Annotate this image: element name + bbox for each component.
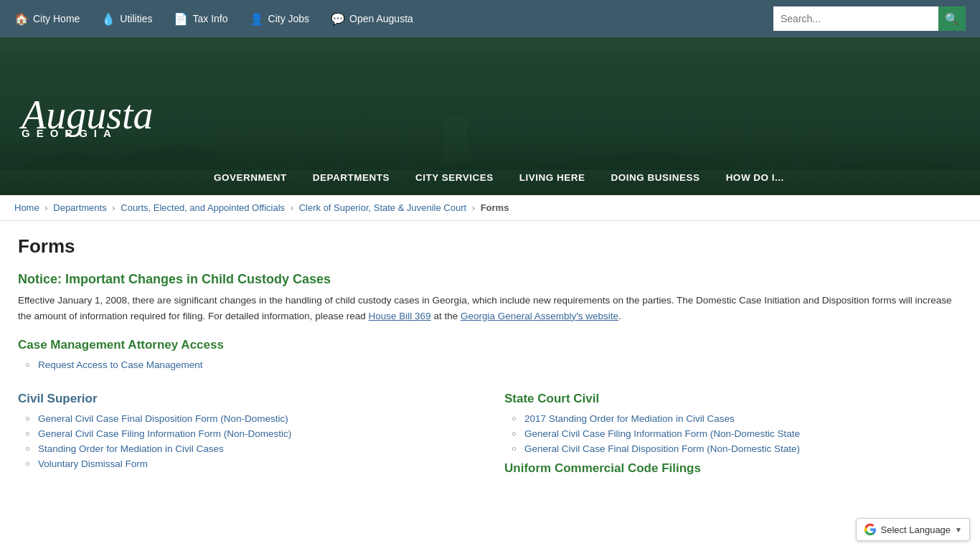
header: Augusta GEORGIA GOVERNMENT DEPARTMENTS C… <box>0 37 980 195</box>
case-management-list: Request Access to Case Management <box>18 359 962 370</box>
house-bill-link[interactable]: House Bill 369 <box>369 311 431 321</box>
left-column: Civil Superior General Civil Case Final … <box>18 385 476 483</box>
home-icon: 🏠 <box>14 12 29 26</box>
notice-title: Notice: Important Changes in Child Custo… <box>18 272 962 287</box>
georgia-assembly-link[interactable]: Georgia General Assembly's website <box>461 311 618 321</box>
nav-how-do-i[interactable]: HOW DO I... <box>713 159 797 195</box>
search-icon: 🔍 <box>945 12 959 26</box>
tax-info-label: Tax Info <box>192 13 227 24</box>
breadcrumb-courts[interactable]: Courts, Elected, and Appointed Officials <box>121 202 285 213</box>
list-item: Standing Order for Mediation in Civil Ca… <box>25 443 476 454</box>
search-input[interactable] <box>773 6 938 31</box>
utilities-link[interactable]: 💧 Utilities <box>101 12 152 26</box>
nav-doing-business[interactable]: DOING BUSINESS <box>598 159 713 195</box>
nav-living-here[interactable]: LIVING HERE <box>507 159 598 195</box>
top-bar: 🏠 City Home 💧 Utilities 📄 Tax Info 👤 Cit… <box>0 0 980 37</box>
breadcrumb-departments[interactable]: Departments <box>53 202 106 213</box>
nav-departments[interactable]: DEPARTMENTS <box>300 159 402 195</box>
chat-icon: 💬 <box>331 12 345 26</box>
right-column: State Court Civil 2017 Standing Order fo… <box>504 385 962 483</box>
list-item: Voluntary Dismissal Form <box>25 458 476 469</box>
nav-departments-label: DEPARTMENTS <box>313 172 390 183</box>
list-item: General Civil Case Final Disposition For… <box>25 413 476 424</box>
logo-subtitle: GEORGIA <box>22 128 201 138</box>
uniform-commercial-title: Uniform Commercial Code Filings <box>504 461 962 476</box>
utilities-icon: 💧 <box>101 12 116 26</box>
main-nav: GOVERNMENT DEPARTMENTS CITY SERVICES LIV… <box>201 37 797 195</box>
state-court-title: State Court Civil <box>504 392 962 406</box>
nav-living-here-label: LIVING HERE <box>519 172 585 183</box>
nav-how-do-i-label: HOW DO I... <box>726 172 784 183</box>
breadcrumb-clerk[interactable]: Clerk of Superior, State & Juvenile Cour… <box>299 202 466 213</box>
state-link-3[interactable]: General Civil Case Final Disposition For… <box>524 443 800 454</box>
nav-doing-business-label: DOING BUSINESS <box>611 172 700 183</box>
top-bar-links: 🏠 City Home 💧 Utilities 📄 Tax Info 👤 Cit… <box>14 12 413 26</box>
sep-2: › <box>112 202 118 213</box>
state-link-2[interactable]: General Civil Case Filing Information Fo… <box>524 428 800 439</box>
list-item: General Civil Case Filing Information Fo… <box>512 428 962 439</box>
utilities-label: Utilities <box>120 13 152 24</box>
nav-city-services-label: CITY SERVICES <box>415 172 494 183</box>
two-column-layout: Civil Superior General Civil Case Final … <box>18 385 962 483</box>
list-item: General Civil Case Filing Information Fo… <box>25 428 476 439</box>
civil-superior-title: Civil Superior <box>18 392 476 406</box>
list-item: 2017 Standing Order for Mediation in Civ… <box>512 413 962 424</box>
logo-area: Augusta GEORGIA <box>0 95 201 138</box>
nav-city-services[interactable]: CITY SERVICES <box>402 159 507 195</box>
notice-mid-text: at the <box>433 311 458 321</box>
request-access-link[interactable]: Request Access to Case Management <box>38 359 203 370</box>
case-management-section: Case Management Attorney Access Request … <box>18 338 962 370</box>
open-augusta-label: Open Augusta <box>349 13 413 24</box>
list-item: Request Access to Case Management <box>25 359 962 370</box>
breadcrumb-current: Forms <box>481 202 509 213</box>
sep-4: › <box>472 202 478 213</box>
nav-government-label: GOVERNMENT <box>214 172 287 183</box>
open-augusta-link[interactable]: 💬 Open Augusta <box>331 12 413 26</box>
city-home-label: City Home <box>33 13 80 24</box>
list-item: General Civil Case Final Disposition For… <box>512 443 962 454</box>
civil-link-2[interactable]: General Civil Case Filing Information Fo… <box>38 428 291 439</box>
civil-link-1[interactable]: General Civil Case Final Disposition For… <box>38 413 288 424</box>
search-bar: 🔍 <box>773 6 966 31</box>
content-area: Forms Notice: Important Changes in Child… <box>0 221 980 512</box>
civil-link-3[interactable]: Standing Order for Mediation in Civil Ca… <box>38 443 224 454</box>
tax-info-link[interactable]: 📄 Tax Info <box>174 12 227 26</box>
search-button[interactable]: 🔍 <box>938 6 966 31</box>
person-icon: 👤 <box>250 12 264 26</box>
case-management-title: Case Management Attorney Access <box>18 338 962 352</box>
state-court-list: 2017 Standing Order for Mediation in Civ… <box>504 413 962 454</box>
sep-1: › <box>44 202 50 213</box>
nav-government[interactable]: GOVERNMENT <box>201 159 300 195</box>
breadcrumb-home[interactable]: Home <box>14 202 39 213</box>
civil-link-4[interactable]: Voluntary Dismissal Form <box>38 458 148 469</box>
city-jobs-label: City Jobs <box>268 13 310 24</box>
logo: Augusta GEORGIA <box>22 95 201 138</box>
notice-text: Effective January 1, 2008, there are sig… <box>18 293 962 324</box>
sep-3: › <box>291 202 296 213</box>
city-jobs-link[interactable]: 👤 City Jobs <box>250 12 310 26</box>
page-title: Forms <box>18 235 962 258</box>
state-link-1[interactable]: 2017 Standing Order for Mediation in Civ… <box>524 413 735 424</box>
tax-icon: 📄 <box>174 12 188 26</box>
city-home-link[interactable]: 🏠 City Home <box>14 12 80 26</box>
notice-section: Notice: Important Changes in Child Custo… <box>18 272 962 324</box>
civil-superior-list: General Civil Case Final Disposition For… <box>18 413 476 469</box>
breadcrumb: Home › Departments › Courts, Elected, an… <box>0 195 980 221</box>
